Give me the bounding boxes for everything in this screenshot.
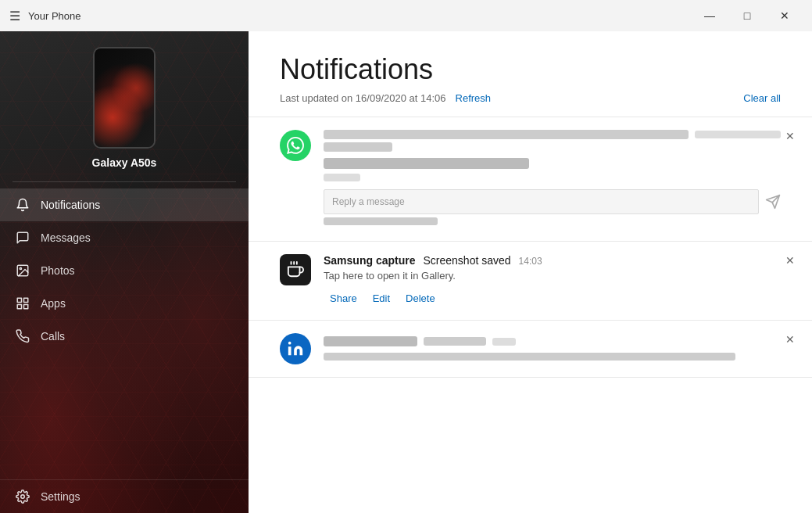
title-bar-left: ☰ Your Phone xyxy=(9,9,80,23)
sidebar-item-photos[interactable]: Photos xyxy=(0,254,249,287)
whatsapp-reply-area: Reply a message xyxy=(324,189,781,214)
linkedin-app-icon xyxy=(280,333,311,364)
sidebar-item-messages[interactable]: Messages xyxy=(0,221,249,254)
sidebar-item-calls[interactable]: Calls xyxy=(0,320,249,353)
title-bar: ☰ Your Phone — □ ✕ xyxy=(0,0,812,31)
reply-send-button[interactable] xyxy=(765,194,781,210)
samsung-notif-title: Screenshot saved xyxy=(423,254,510,267)
notifications-meta: Last updated on 16/09/2020 at 14:06 Refr… xyxy=(280,92,781,104)
nav-label-photos: Photos xyxy=(41,264,75,277)
main-layout: Galaxy A50s Notifications xyxy=(0,31,812,513)
linkedin-blur-extra xyxy=(424,337,486,346)
settings-label: Settings xyxy=(41,490,80,503)
samsung-app-icon xyxy=(280,254,311,285)
notification-whatsapp: Reply a message ✕ xyxy=(249,117,812,242)
samsung-delete-button[interactable]: Delete xyxy=(399,289,442,307)
svg-rect-2 xyxy=(17,298,21,302)
device-name: Galaxy A50s xyxy=(92,156,157,169)
message-icon xyxy=(16,231,30,245)
samsung-notif-body: Tap here to open it in Gallery. xyxy=(324,270,781,282)
whatsapp-blur-extra xyxy=(324,217,438,225)
apps-icon xyxy=(16,296,30,310)
phone-card: Galaxy A50s xyxy=(0,31,249,181)
notifications-title: Notifications xyxy=(280,53,781,86)
hamburger-icon[interactable]: ☰ xyxy=(9,9,20,23)
svg-rect-12 xyxy=(288,346,292,355)
samsung-app-name: Samsung capture xyxy=(324,254,415,267)
samsung-notif-time: 14:03 xyxy=(519,256,542,267)
nav-label-apps: Apps xyxy=(41,297,66,310)
whatsapp-app-icon xyxy=(280,130,311,161)
notification-linkedin: ✕ xyxy=(249,321,812,378)
whatsapp-reply-input-display: Reply a message xyxy=(324,189,759,214)
linkedin-blur-name xyxy=(324,336,417,346)
refresh-button[interactable]: Refresh xyxy=(456,92,492,104)
linkedin-close-button[interactable]: ✕ xyxy=(781,330,799,349)
whatsapp-blur-name xyxy=(324,158,529,169)
whatsapp-blur-sub2 xyxy=(324,174,360,181)
nav-list: Notifications Messages xyxy=(0,182,249,479)
svg-rect-5 xyxy=(17,305,21,309)
svg-point-13 xyxy=(288,342,292,345)
notification-samsung-capture: Samsung capture Screenshot saved 14:03 T… xyxy=(249,242,812,321)
svg-point-6 xyxy=(21,495,25,499)
samsung-share-button[interactable]: Share xyxy=(324,289,363,307)
whatsapp-close-button[interactable]: ✕ xyxy=(781,127,799,145)
window-controls: — □ ✕ xyxy=(692,3,803,28)
bell-icon xyxy=(16,198,30,212)
phone-image xyxy=(93,47,156,149)
whatsapp-blur-sub1 xyxy=(324,142,392,152)
samsung-notif-header: Samsung capture Screenshot saved 14:03 xyxy=(324,254,781,267)
calls-icon xyxy=(16,329,30,343)
linkedin-blur-body xyxy=(324,353,735,361)
svg-rect-3 xyxy=(24,298,28,302)
reply-placeholder: Reply a message xyxy=(332,196,405,207)
svg-point-1 xyxy=(20,267,21,269)
whatsapp-blur-time xyxy=(695,131,781,138)
notifications-header: Notifications Last updated on 16/09/2020… xyxy=(249,31,812,117)
nav-label-notifications: Notifications xyxy=(41,199,100,211)
svg-rect-4 xyxy=(24,305,28,309)
whatsapp-notif-row1 xyxy=(324,130,781,139)
sidebar-item-settings[interactable]: Settings xyxy=(0,479,249,513)
app-title: Your Phone xyxy=(28,10,80,22)
notifications-list: Reply a message ✕ xyxy=(249,117,812,513)
whatsapp-blur-title xyxy=(324,130,689,139)
linkedin-notification-body xyxy=(324,333,781,364)
linkedin-notif-row1 xyxy=(324,333,781,350)
nav-label-messages: Messages xyxy=(41,231,91,244)
sidebar-item-notifications[interactable]: Notifications xyxy=(0,188,249,221)
sidebar: Galaxy A50s Notifications xyxy=(0,31,249,513)
content-area: Notifications Last updated on 16/09/2020… xyxy=(249,31,812,513)
sidebar-item-apps[interactable]: Apps xyxy=(0,287,249,320)
clear-all-button[interactable]: Clear all xyxy=(743,92,781,104)
close-button[interactable]: ✕ xyxy=(767,3,803,28)
settings-icon xyxy=(16,490,30,504)
samsung-actions: Share Edit Delete xyxy=(324,289,781,307)
samsung-notification-body: Samsung capture Screenshot saved 14:03 T… xyxy=(324,254,781,307)
photo-icon xyxy=(16,264,30,278)
whatsapp-notification-body: Reply a message xyxy=(324,130,781,228)
sidebar-content: Galaxy A50s Notifications xyxy=(0,31,249,513)
nav-label-calls: Calls xyxy=(41,330,65,343)
samsung-edit-button[interactable]: Edit xyxy=(367,289,396,307)
phone-wallpaper xyxy=(95,48,154,147)
minimize-button[interactable]: — xyxy=(692,3,728,28)
last-updated-text: Last updated on 16/09/2020 at 14:06 xyxy=(280,92,446,104)
linkedin-blur-time xyxy=(492,338,516,346)
maximize-button[interactable]: □ xyxy=(729,3,765,28)
samsung-close-button[interactable]: ✕ xyxy=(781,251,799,270)
